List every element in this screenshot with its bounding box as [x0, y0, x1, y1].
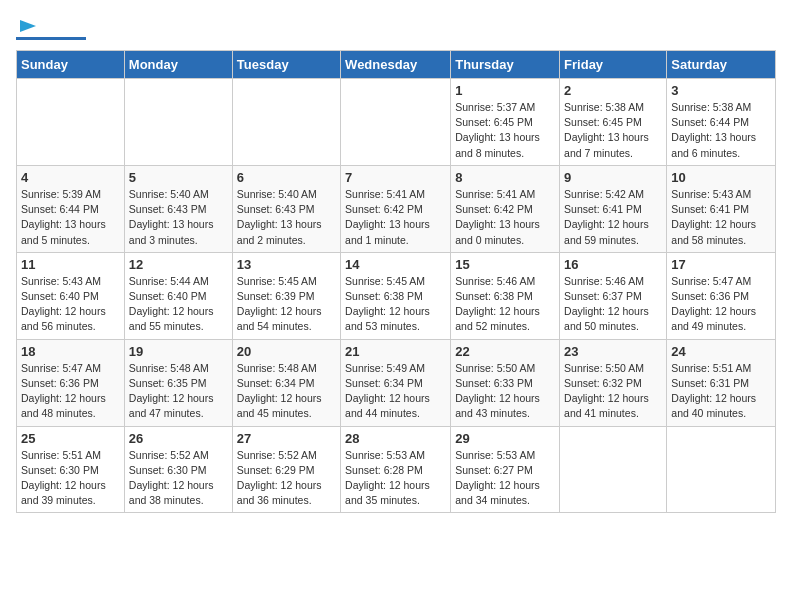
day-number: 28 — [345, 431, 446, 446]
day-info: Sunrise: 5:40 AMSunset: 6:43 PMDaylight:… — [129, 187, 228, 248]
calendar-cell — [232, 79, 340, 166]
calendar-cell: 13Sunrise: 5:45 AMSunset: 6:39 PMDayligh… — [232, 252, 340, 339]
calendar-cell: 28Sunrise: 5:53 AMSunset: 6:28 PMDayligh… — [341, 426, 451, 513]
day-number: 1 — [455, 83, 555, 98]
day-info: Sunrise: 5:51 AMSunset: 6:31 PMDaylight:… — [671, 361, 771, 422]
calendar-week-2: 4Sunrise: 5:39 AMSunset: 6:44 PMDaylight… — [17, 165, 776, 252]
day-info: Sunrise: 5:46 AMSunset: 6:38 PMDaylight:… — [455, 274, 555, 335]
calendar-cell: 15Sunrise: 5:46 AMSunset: 6:38 PMDayligh… — [451, 252, 560, 339]
header-day-monday: Monday — [124, 51, 232, 79]
day-number: 21 — [345, 344, 446, 359]
day-info: Sunrise: 5:46 AMSunset: 6:37 PMDaylight:… — [564, 274, 662, 335]
calendar-cell: 26Sunrise: 5:52 AMSunset: 6:30 PMDayligh… — [124, 426, 232, 513]
calendar-cell: 3Sunrise: 5:38 AMSunset: 6:44 PMDaylight… — [667, 79, 776, 166]
day-info: Sunrise: 5:38 AMSunset: 6:44 PMDaylight:… — [671, 100, 771, 161]
day-number: 17 — [671, 257, 771, 272]
calendar-cell: 29Sunrise: 5:53 AMSunset: 6:27 PMDayligh… — [451, 426, 560, 513]
day-info: Sunrise: 5:51 AMSunset: 6:30 PMDaylight:… — [21, 448, 120, 509]
calendar-cell: 16Sunrise: 5:46 AMSunset: 6:37 PMDayligh… — [560, 252, 667, 339]
day-number: 9 — [564, 170, 662, 185]
day-number: 7 — [345, 170, 446, 185]
day-number: 5 — [129, 170, 228, 185]
day-number: 29 — [455, 431, 555, 446]
day-number: 14 — [345, 257, 446, 272]
day-number: 20 — [237, 344, 336, 359]
svg-marker-0 — [20, 20, 36, 32]
calendar-cell: 7Sunrise: 5:41 AMSunset: 6:42 PMDaylight… — [341, 165, 451, 252]
day-number: 27 — [237, 431, 336, 446]
day-info: Sunrise: 5:50 AMSunset: 6:33 PMDaylight:… — [455, 361, 555, 422]
day-number: 4 — [21, 170, 120, 185]
calendar-cell: 17Sunrise: 5:47 AMSunset: 6:36 PMDayligh… — [667, 252, 776, 339]
day-info: Sunrise: 5:37 AMSunset: 6:45 PMDaylight:… — [455, 100, 555, 161]
day-number: 22 — [455, 344, 555, 359]
calendar-cell: 1Sunrise: 5:37 AMSunset: 6:45 PMDaylight… — [451, 79, 560, 166]
header-day-tuesday: Tuesday — [232, 51, 340, 79]
day-info: Sunrise: 5:44 AMSunset: 6:40 PMDaylight:… — [129, 274, 228, 335]
day-info: Sunrise: 5:38 AMSunset: 6:45 PMDaylight:… — [564, 100, 662, 161]
calendar-header: SundayMondayTuesdayWednesdayThursdayFrid… — [17, 51, 776, 79]
calendar-cell: 8Sunrise: 5:41 AMSunset: 6:42 PMDaylight… — [451, 165, 560, 252]
day-info: Sunrise: 5:49 AMSunset: 6:34 PMDaylight:… — [345, 361, 446, 422]
day-number: 15 — [455, 257, 555, 272]
calendar-table: SundayMondayTuesdayWednesdayThursdayFrid… — [16, 50, 776, 513]
calendar-cell: 10Sunrise: 5:43 AMSunset: 6:41 PMDayligh… — [667, 165, 776, 252]
calendar-cell: 5Sunrise: 5:40 AMSunset: 6:43 PMDaylight… — [124, 165, 232, 252]
calendar-cell: 14Sunrise: 5:45 AMSunset: 6:38 PMDayligh… — [341, 252, 451, 339]
calendar-cell: 23Sunrise: 5:50 AMSunset: 6:32 PMDayligh… — [560, 339, 667, 426]
day-number: 13 — [237, 257, 336, 272]
day-info: Sunrise: 5:42 AMSunset: 6:41 PMDaylight:… — [564, 187, 662, 248]
day-info: Sunrise: 5:53 AMSunset: 6:27 PMDaylight:… — [455, 448, 555, 509]
calendar-week-1: 1Sunrise: 5:37 AMSunset: 6:45 PMDaylight… — [17, 79, 776, 166]
calendar-cell: 22Sunrise: 5:50 AMSunset: 6:33 PMDayligh… — [451, 339, 560, 426]
calendar-cell: 18Sunrise: 5:47 AMSunset: 6:36 PMDayligh… — [17, 339, 125, 426]
day-number: 6 — [237, 170, 336, 185]
day-info: Sunrise: 5:40 AMSunset: 6:43 PMDaylight:… — [237, 187, 336, 248]
day-info: Sunrise: 5:45 AMSunset: 6:38 PMDaylight:… — [345, 274, 446, 335]
day-number: 26 — [129, 431, 228, 446]
header-day-friday: Friday — [560, 51, 667, 79]
day-info: Sunrise: 5:52 AMSunset: 6:30 PMDaylight:… — [129, 448, 228, 509]
day-info: Sunrise: 5:45 AMSunset: 6:39 PMDaylight:… — [237, 274, 336, 335]
day-info: Sunrise: 5:47 AMSunset: 6:36 PMDaylight:… — [671, 274, 771, 335]
day-number: 11 — [21, 257, 120, 272]
page-header — [16, 16, 776, 40]
calendar-cell: 11Sunrise: 5:43 AMSunset: 6:40 PMDayligh… — [17, 252, 125, 339]
day-info: Sunrise: 5:48 AMSunset: 6:34 PMDaylight:… — [237, 361, 336, 422]
day-number: 24 — [671, 344, 771, 359]
day-number: 19 — [129, 344, 228, 359]
calendar-week-4: 18Sunrise: 5:47 AMSunset: 6:36 PMDayligh… — [17, 339, 776, 426]
day-number: 8 — [455, 170, 555, 185]
day-info: Sunrise: 5:43 AMSunset: 6:40 PMDaylight:… — [21, 274, 120, 335]
day-number: 10 — [671, 170, 771, 185]
day-info: Sunrise: 5:43 AMSunset: 6:41 PMDaylight:… — [671, 187, 771, 248]
header-row: SundayMondayTuesdayWednesdayThursdayFrid… — [17, 51, 776, 79]
calendar-cell: 20Sunrise: 5:48 AMSunset: 6:34 PMDayligh… — [232, 339, 340, 426]
day-info: Sunrise: 5:47 AMSunset: 6:36 PMDaylight:… — [21, 361, 120, 422]
calendar-cell — [341, 79, 451, 166]
calendar-cell: 27Sunrise: 5:52 AMSunset: 6:29 PMDayligh… — [232, 426, 340, 513]
calendar-cell: 2Sunrise: 5:38 AMSunset: 6:45 PMDaylight… — [560, 79, 667, 166]
day-info: Sunrise: 5:48 AMSunset: 6:35 PMDaylight:… — [129, 361, 228, 422]
day-number: 23 — [564, 344, 662, 359]
day-info: Sunrise: 5:52 AMSunset: 6:29 PMDaylight:… — [237, 448, 336, 509]
day-number: 12 — [129, 257, 228, 272]
header-day-thursday: Thursday — [451, 51, 560, 79]
calendar-cell: 19Sunrise: 5:48 AMSunset: 6:35 PMDayligh… — [124, 339, 232, 426]
calendar-cell: 25Sunrise: 5:51 AMSunset: 6:30 PMDayligh… — [17, 426, 125, 513]
header-day-sunday: Sunday — [17, 51, 125, 79]
day-info: Sunrise: 5:41 AMSunset: 6:42 PMDaylight:… — [455, 187, 555, 248]
calendar-body: 1Sunrise: 5:37 AMSunset: 6:45 PMDaylight… — [17, 79, 776, 513]
calendar-cell — [124, 79, 232, 166]
calendar-cell: 4Sunrise: 5:39 AMSunset: 6:44 PMDaylight… — [17, 165, 125, 252]
day-info: Sunrise: 5:41 AMSunset: 6:42 PMDaylight:… — [345, 187, 446, 248]
header-day-saturday: Saturday — [667, 51, 776, 79]
day-info: Sunrise: 5:53 AMSunset: 6:28 PMDaylight:… — [345, 448, 446, 509]
day-number: 3 — [671, 83, 771, 98]
day-info: Sunrise: 5:39 AMSunset: 6:44 PMDaylight:… — [21, 187, 120, 248]
day-number: 2 — [564, 83, 662, 98]
calendar-cell: 24Sunrise: 5:51 AMSunset: 6:31 PMDayligh… — [667, 339, 776, 426]
calendar-cell: 21Sunrise: 5:49 AMSunset: 6:34 PMDayligh… — [341, 339, 451, 426]
calendar-cell: 12Sunrise: 5:44 AMSunset: 6:40 PMDayligh… — [124, 252, 232, 339]
calendar-week-5: 25Sunrise: 5:51 AMSunset: 6:30 PMDayligh… — [17, 426, 776, 513]
